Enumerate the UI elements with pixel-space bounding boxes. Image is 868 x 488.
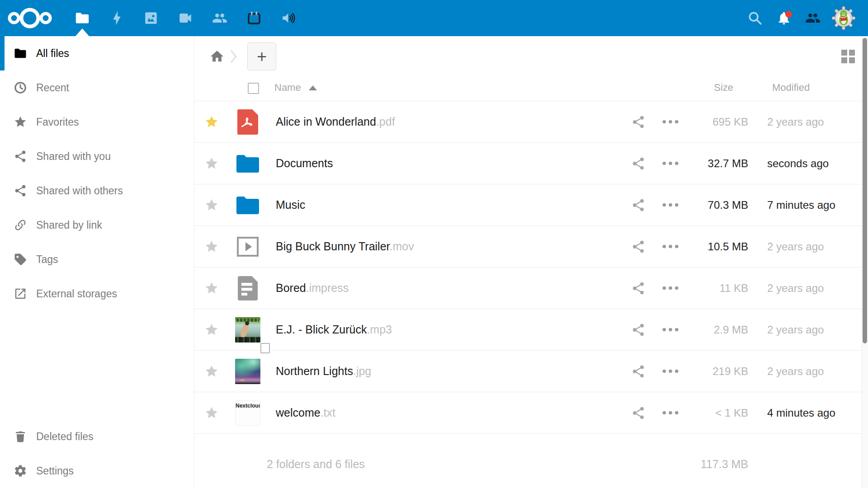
- nextcloud-logo[interactable]: [6, 5, 53, 31]
- file-row[interactable]: Northern Lights.jpg219 KB2 years ago: [194, 351, 868, 392]
- file-row[interactable]: Nextcloudwelcome.txt< 1 KB4 minutes ago: [194, 392, 868, 434]
- column-header-name[interactable]: Name: [274, 82, 317, 94]
- file-thumbnail-cell[interactable]: [235, 109, 260, 135]
- search-button[interactable]: [741, 0, 769, 36]
- file-table-header: Name Size Modified: [194, 77, 868, 101]
- file-name[interactable]: Alice in Wonderland.pdf: [276, 115, 395, 128]
- scrollbar-track[interactable]: [862, 36, 868, 488]
- favorite-star-icon[interactable]: [194, 364, 229, 379]
- contacts-menu-button[interactable]: [798, 0, 827, 36]
- more-actions-button[interactable]: [657, 286, 684, 291]
- app-button-files[interactable]: [65, 0, 99, 36]
- more-actions-button[interactable]: [657, 161, 684, 166]
- file-thumbnail-cell[interactable]: [235, 192, 260, 218]
- favorite-star-icon[interactable]: [194, 323, 229, 337]
- column-header-modified[interactable]: Modified: [772, 82, 810, 94]
- more-actions-button[interactable]: [657, 244, 684, 249]
- app-button-photos[interactable]: [134, 0, 168, 36]
- sidebar-item-shared-by-link[interactable]: Shared by link: [0, 208, 194, 242]
- sidebar-item-shared-with-others[interactable]: Shared with others: [0, 174, 194, 208]
- header-right-actions: [741, 0, 855, 36]
- share-button[interactable]: [625, 156, 652, 171]
- file-row[interactable]: Alice in Wonderland.pdf695 KB2 years ago: [194, 101, 868, 143]
- people-icon: [805, 10, 821, 26]
- favorite-star-icon[interactable]: [194, 406, 229, 420]
- file-row[interactable]: Big Buck Bunny Trailer.mov10.5 MB2 years…: [194, 226, 868, 267]
- grid-view-toggle[interactable]: [840, 49, 856, 64]
- share-button[interactable]: [625, 115, 652, 129]
- stray-checkbox[interactable]: [260, 343, 270, 353]
- sidebar-item-shared-with-you[interactable]: Shared with you: [0, 139, 194, 174]
- sidebar-item-label: Favorites: [36, 116, 79, 128]
- file-thumbnail-cell[interactable]: [235, 151, 260, 176]
- share-button[interactable]: [625, 364, 652, 379]
- lightning-icon: [109, 10, 124, 26]
- file-name[interactable]: Bored.impress: [276, 282, 349, 295]
- file-name[interactable]: welcome.txt: [276, 406, 335, 419]
- more-actions-button[interactable]: [657, 410, 684, 415]
- sidebar-item-tags[interactable]: Tags: [0, 242, 194, 277]
- app-button-music[interactable]: [271, 0, 306, 36]
- photo-thumbnail: [235, 359, 260, 384]
- share-icon: [14, 184, 27, 197]
- new-file-button[interactable]: +: [247, 42, 276, 70]
- notifications-button[interactable]: [769, 0, 798, 36]
- more-actions-button[interactable]: [657, 369, 684, 374]
- app-button-calendar[interactable]: [237, 0, 271, 36]
- file-size: 2.9 MB: [714, 324, 748, 336]
- file-row[interactable]: Music70.3 MB7 minutes ago: [194, 184, 868, 226]
- file-name[interactable]: Music: [276, 198, 305, 211]
- sidebar-item-favorites[interactable]: Favorites: [0, 105, 194, 139]
- share-button[interactable]: [625, 198, 652, 212]
- app-button-talk[interactable]: [168, 0, 203, 36]
- user-avatar[interactable]: [832, 6, 855, 30]
- app-button-contacts[interactable]: [203, 0, 237, 36]
- file-basename: Documents: [276, 157, 333, 169]
- sidebar-item-settings[interactable]: Settings: [0, 454, 194, 488]
- favorite-star-icon[interactable]: [194, 115, 229, 129]
- sidebar-item-external-storages[interactable]: External storages: [0, 277, 194, 311]
- file-thumbnail-cell[interactable]: [235, 276, 260, 301]
- summary-total-size: 117.3 MB: [701, 458, 748, 471]
- favorite-star-icon[interactable]: [194, 156, 229, 171]
- favorite-star-icon[interactable]: [194, 198, 229, 212]
- file-row[interactable]: Documents32.7 MBseconds ago: [194, 143, 868, 184]
- favorite-star-icon[interactable]: [194, 239, 229, 254]
- file-modified: 7 minutes ago: [767, 199, 835, 211]
- share-icon: [14, 150, 27, 163]
- column-header-size[interactable]: Size: [714, 82, 733, 94]
- select-all-checkbox[interactable]: [248, 83, 259, 94]
- sidebar-item-all-files[interactable]: All files: [0, 36, 194, 70]
- file-row[interactable]: E.J. - Blick Zurück.mp32.9 MB2 years ago: [194, 309, 868, 351]
- share-button[interactable]: [625, 239, 652, 254]
- sidebar-item-deleted-files[interactable]: Deleted files: [0, 419, 194, 454]
- more-actions-button[interactable]: [657, 327, 684, 332]
- people-icon: [212, 10, 227, 26]
- sidebar-item-label: Shared with you: [36, 150, 111, 163]
- file-name[interactable]: Northern Lights.jpg: [276, 365, 371, 378]
- share-button[interactable]: [625, 406, 652, 420]
- favorite-star-icon[interactable]: [194, 281, 229, 296]
- file-thumbnail-cell[interactable]: Nextcloud: [235, 400, 260, 426]
- file-row[interactable]: Bored.impress11 KB2 years ago: [194, 267, 868, 309]
- file-size: 11 KB: [719, 282, 748, 295]
- file-thumbnail-cell[interactable]: [235, 359, 260, 384]
- file-name[interactable]: Documents: [276, 157, 333, 170]
- file-list-summary: 2 folders and 6 files 117.3 MB: [194, 434, 868, 488]
- pdf-file-icon: [237, 109, 258, 135]
- scrollbar-thumb[interactable]: [863, 38, 867, 343]
- file-size: 32.7 MB: [708, 157, 748, 170]
- sidebar-item-recent[interactable]: Recent: [0, 70, 194, 105]
- share-button[interactable]: [625, 323, 652, 337]
- share-button[interactable]: [625, 281, 652, 296]
- app-button-activity[interactable]: [99, 0, 134, 36]
- file-name[interactable]: Big Buck Bunny Trailer.mov: [276, 240, 414, 253]
- more-actions-button[interactable]: [657, 202, 684, 207]
- breadcrumb-home-button[interactable]: [209, 49, 225, 64]
- more-actions-button[interactable]: [657, 119, 684, 124]
- file-list-panel: + Name Size Modified Alice in Wonderland…: [194, 36, 868, 488]
- file-thumbnail-cell[interactable]: [235, 234, 260, 259]
- link-icon: [14, 218, 27, 232]
- file-name[interactable]: E.J. - Blick Zurück.mp3: [276, 323, 392, 336]
- file-thumbnail-cell[interactable]: [235, 317, 260, 343]
